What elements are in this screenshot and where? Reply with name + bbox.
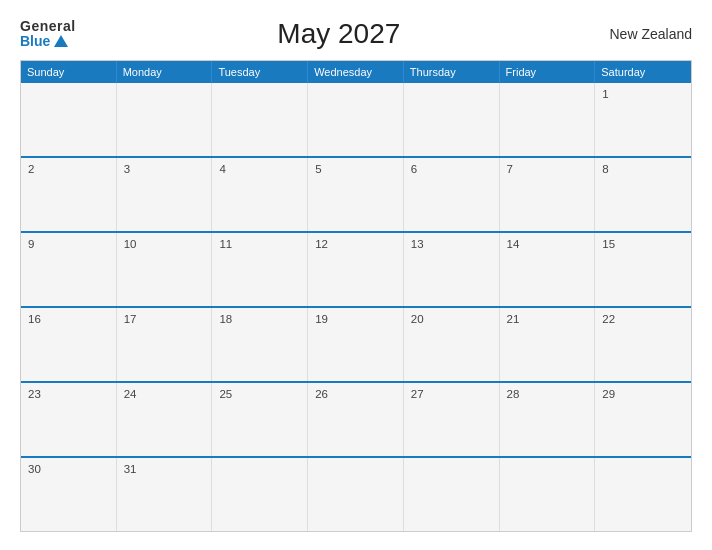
day-header-tuesday: Tuesday: [212, 61, 308, 83]
week-row-3: 9101112131415: [21, 231, 691, 306]
day-cell: [500, 458, 596, 531]
day-cell: 5: [308, 158, 404, 231]
day-cell: [212, 83, 308, 156]
calendar-header: General Blue May 2027 New Zealand: [20, 18, 692, 50]
week-row-2: 2345678: [21, 156, 691, 231]
day-cell: 4: [212, 158, 308, 231]
day-cell: 23: [21, 383, 117, 456]
day-cell: 11: [212, 233, 308, 306]
day-number: 5: [315, 163, 396, 175]
day-cell: [308, 458, 404, 531]
day-number: 4: [219, 163, 300, 175]
day-cell: 27: [404, 383, 500, 456]
day-number: 14: [507, 238, 588, 250]
week-row-1: 1: [21, 83, 691, 156]
month-title: May 2027: [76, 18, 602, 50]
day-number: 20: [411, 313, 492, 325]
days-header: SundayMondayTuesdayWednesdayThursdayFrid…: [21, 61, 691, 83]
day-cell: [404, 83, 500, 156]
week-row-5: 23242526272829: [21, 381, 691, 456]
logo-general-text: General: [20, 19, 76, 34]
day-number: 9: [28, 238, 109, 250]
day-number: 8: [602, 163, 684, 175]
day-header-thursday: Thursday: [404, 61, 500, 83]
day-number: 6: [411, 163, 492, 175]
calendar: SundayMondayTuesdayWednesdayThursdayFrid…: [20, 60, 692, 532]
day-cell: 13: [404, 233, 500, 306]
day-number: 26: [315, 388, 396, 400]
day-cell: [404, 458, 500, 531]
day-header-wednesday: Wednesday: [308, 61, 404, 83]
day-header-friday: Friday: [500, 61, 596, 83]
day-cell: 31: [117, 458, 213, 531]
day-cell: 2: [21, 158, 117, 231]
day-cell: 18: [212, 308, 308, 381]
day-cell: [21, 83, 117, 156]
day-number: 13: [411, 238, 492, 250]
day-cell: 28: [500, 383, 596, 456]
day-cell: 22: [595, 308, 691, 381]
day-cell: 3: [117, 158, 213, 231]
country-label: New Zealand: [602, 26, 692, 42]
day-number: 30: [28, 463, 109, 475]
day-number: 7: [507, 163, 588, 175]
day-cell: 12: [308, 233, 404, 306]
day-number: 28: [507, 388, 588, 400]
week-row-6: 3031: [21, 456, 691, 531]
day-header-monday: Monday: [117, 61, 213, 83]
day-number: 27: [411, 388, 492, 400]
logo: General Blue: [20, 19, 76, 50]
day-number: 3: [124, 163, 205, 175]
day-cell: 21: [500, 308, 596, 381]
day-cell: 19: [308, 308, 404, 381]
day-number: 25: [219, 388, 300, 400]
day-number: 2: [28, 163, 109, 175]
day-number: 21: [507, 313, 588, 325]
day-number: 17: [124, 313, 205, 325]
day-header-saturday: Saturday: [595, 61, 691, 83]
day-cell: 30: [21, 458, 117, 531]
day-number: 16: [28, 313, 109, 325]
day-number: 22: [602, 313, 684, 325]
day-cell: 14: [500, 233, 596, 306]
day-cell: 20: [404, 308, 500, 381]
day-cell: 26: [308, 383, 404, 456]
weeks-container: 1234567891011121314151617181920212223242…: [21, 83, 691, 531]
day-cell: 7: [500, 158, 596, 231]
day-number: 24: [124, 388, 205, 400]
day-cell: [117, 83, 213, 156]
day-number: 1: [602, 88, 684, 100]
day-number: 19: [315, 313, 396, 325]
logo-triangle-icon: [54, 35, 68, 47]
logo-blue-text: Blue: [20, 34, 68, 49]
day-cell: 24: [117, 383, 213, 456]
day-cell: [308, 83, 404, 156]
day-cell: [212, 458, 308, 531]
day-number: 11: [219, 238, 300, 250]
week-row-4: 16171819202122: [21, 306, 691, 381]
day-number: 31: [124, 463, 205, 475]
day-cell: 1: [595, 83, 691, 156]
day-cell: 10: [117, 233, 213, 306]
day-cell: 29: [595, 383, 691, 456]
day-cell: 17: [117, 308, 213, 381]
day-cell: 16: [21, 308, 117, 381]
day-cell: 25: [212, 383, 308, 456]
day-number: 10: [124, 238, 205, 250]
day-cell: 8: [595, 158, 691, 231]
day-number: 12: [315, 238, 396, 250]
day-cell: [595, 458, 691, 531]
day-cell: 6: [404, 158, 500, 231]
day-number: 23: [28, 388, 109, 400]
day-number: 29: [602, 388, 684, 400]
day-number: 18: [219, 313, 300, 325]
day-header-sunday: Sunday: [21, 61, 117, 83]
day-number: 15: [602, 238, 684, 250]
day-cell: 15: [595, 233, 691, 306]
day-cell: [500, 83, 596, 156]
day-cell: 9: [21, 233, 117, 306]
